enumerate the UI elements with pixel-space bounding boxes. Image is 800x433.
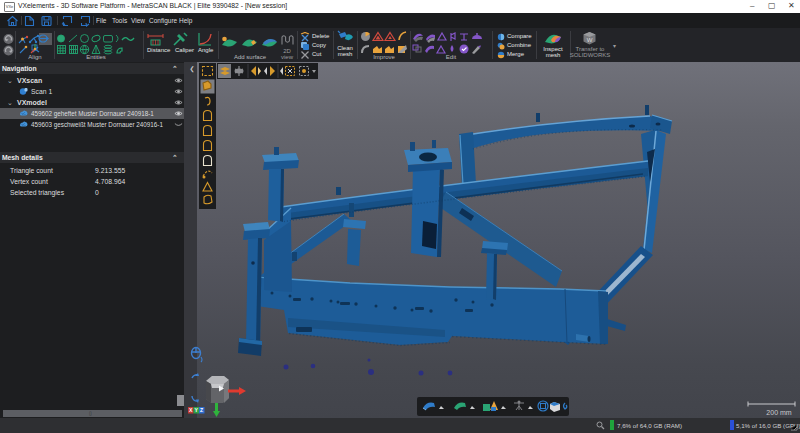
svg-text:200 mm: 200 mm xyxy=(766,409,791,416)
svg-text:Y: Y xyxy=(194,407,198,413)
svg-text:W: W xyxy=(587,37,593,43)
svg-text:X: X xyxy=(189,407,193,413)
